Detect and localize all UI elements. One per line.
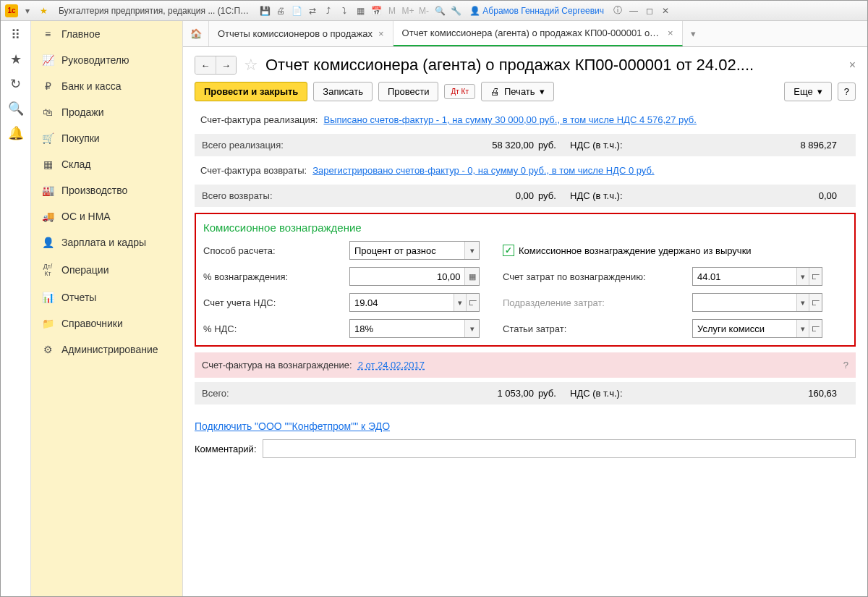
- tab-document[interactable]: Отчет комиссионера (агента) о продажах К…: [393, 21, 683, 46]
- commission-title: Комиссионное вознаграждение: [203, 221, 847, 234]
- post-button[interactable]: Провести: [378, 82, 439, 101]
- commission-section: Комиссионное вознаграждение Способ расче…: [195, 213, 856, 347]
- open-icon[interactable]: ⫍: [809, 320, 822, 337]
- vat-acct-label: Счет учета НДС:: [203, 297, 341, 308]
- sidebar-item-reports[interactable]: 📊Отчеты: [31, 284, 182, 310]
- method-input[interactable]: [350, 242, 464, 259]
- vat-pct-input[interactable]: [350, 320, 464, 337]
- open-icon[interactable]: ⫍: [809, 294, 822, 311]
- operations-icon: Дт/Кт: [41, 263, 54, 277]
- doc-icon[interactable]: 📄: [290, 4, 303, 17]
- print-button[interactable]: 🖨Печать▾: [481, 82, 554, 101]
- help-icon[interactable]: ?: [843, 360, 848, 371]
- help-button[interactable]: ?: [838, 82, 856, 101]
- tab-list[interactable]: Отчеты комиссионеров о продажах×: [209, 21, 393, 46]
- upload-icon[interactable]: ⤴: [322, 4, 335, 17]
- home-tab[interactable]: 🏠: [183, 21, 209, 46]
- more-button[interactable]: Еще▾: [784, 82, 831, 101]
- maximize-icon[interactable]: ◻: [643, 4, 656, 17]
- sidebar-item-sales[interactable]: 🛍Продажи: [31, 99, 182, 125]
- user-name[interactable]: 👤 Абрамов Геннадий Сергеевич: [465, 6, 608, 16]
- toolbar: Провести и закрыть Записать Провести Дт …: [195, 82, 856, 101]
- favorite-star-icon[interactable]: ☆: [244, 56, 258, 75]
- sidebar-item-refs[interactable]: 📁Справочники: [31, 310, 182, 336]
- minimize-icon[interactable]: —: [627, 4, 640, 17]
- search-icon[interactable]: 🔍: [8, 101, 24, 117]
- assets-icon: 🚚: [41, 211, 54, 222]
- favorite-icon[interactable]: ★: [8, 51, 24, 67]
- doc-header: ← → ☆ Отчет комиссионера (агента) о прод…: [195, 56, 856, 75]
- save-button[interactable]: Записать: [313, 82, 373, 101]
- sidebar-item-assets[interactable]: 🚚ОС и НМА: [31, 203, 182, 229]
- withheld-checkbox[interactable]: ✓ Комиссионное вознаграждение удержано и…: [503, 245, 752, 256]
- m-icon[interactable]: M: [386, 4, 399, 17]
- chevron-down-icon[interactable]: ▾: [454, 294, 467, 311]
- dept-input[interactable]: [693, 294, 796, 311]
- compare-icon[interactable]: ⇄: [306, 4, 319, 17]
- m-minus-icon[interactable]: M-: [417, 4, 430, 17]
- chevron-down-icon[interactable]: ▾: [796, 268, 809, 285]
- close-tab-icon[interactable]: ×: [668, 27, 673, 38]
- nav-back-icon[interactable]: ←: [195, 56, 216, 74]
- chevron-down-icon[interactable]: ▾: [796, 320, 809, 337]
- invoice-real-link[interactable]: Выписано счетов-фактур - 1, на сумму 30 …: [323, 114, 696, 125]
- vat-pct-select[interactable]: ▾: [349, 319, 480, 338]
- sidebar-item-production[interactable]: 🏭Производство: [31, 177, 182, 203]
- calc-icon[interactable]: ▦: [354, 4, 367, 17]
- sidebar-item-purchases[interactable]: 🛒Покупки: [31, 125, 182, 151]
- calendar-icon[interactable]: 📅: [370, 4, 383, 17]
- dtkt-button[interactable]: Дт Кт: [444, 84, 475, 99]
- comment-input[interactable]: [263, 439, 856, 458]
- m-plus-icon[interactable]: M+: [401, 4, 414, 17]
- chevron-down-icon[interactable]: ▾: [464, 320, 479, 337]
- post-and-close-button[interactable]: Провести и закрыть: [195, 82, 307, 101]
- chevron-down-icon[interactable]: ▾: [464, 242, 479, 259]
- close-doc-icon[interactable]: ×: [849, 59, 856, 72]
- apps-icon[interactable]: ⠿: [8, 27, 24, 43]
- hr-icon: 👤: [41, 237, 54, 248]
- history-icon[interactable]: ↻: [8, 76, 24, 92]
- sidebar-item-main[interactable]: ≡Главное: [31, 21, 182, 47]
- nav-buttons: ← →: [195, 56, 237, 75]
- tabs-row: 🏠 Отчеты комиссионеров о продажах× Отчет…: [183, 21, 867, 47]
- open-icon[interactable]: ⫍: [466, 294, 479, 311]
- close-window-icon[interactable]: ✕: [659, 4, 672, 17]
- sidebar-item-operations[interactable]: Дт/КтОперации: [31, 255, 182, 284]
- sidebar-item-admin[interactable]: ⚙Администрирование: [31, 336, 182, 363]
- sidebar-item-bank[interactable]: ₽Банк и касса: [31, 73, 182, 99]
- total-label: Всего:: [202, 388, 346, 399]
- dropdown-icon[interactable]: ▾: [21, 4, 34, 17]
- production-icon: 🏭: [41, 185, 54, 196]
- tools-icon[interactable]: 🔧: [449, 4, 462, 17]
- sidebar-item-warehouse[interactable]: ▦Склад: [31, 151, 182, 177]
- invoice-ret-link[interactable]: Зарегистрировано счетов-фактур - 0, на с…: [312, 165, 654, 176]
- app-title: Бухгалтерия предприятия, редакция ... (1…: [53, 6, 255, 16]
- method-select[interactable]: ▾: [349, 241, 480, 260]
- invoice-ret-label: Счет-фактура возвраты:: [200, 165, 307, 176]
- calculator-icon[interactable]: ▦: [464, 268, 479, 285]
- vat-acct-input[interactable]: [350, 294, 454, 311]
- chevron-down-icon: ▾: [540, 86, 545, 97]
- percent-input[interactable]: [350, 268, 464, 285]
- comm-invoice-link[interactable]: 2 от 24.02.2017: [358, 360, 425, 371]
- cost-item-input[interactable]: [693, 320, 796, 337]
- sidebar-item-manager[interactable]: 📈Руководителю: [31, 47, 182, 73]
- body-area: ⠿ ★ ↻ 🔍 🔔 ≡Главное 📈Руководителю ₽Банк и…: [1, 21, 867, 596]
- chevron-down-icon[interactable]: ▾: [796, 294, 809, 311]
- edo-link[interactable]: Подключить "ООО ""Конфетпром"" к ЭДО: [195, 420, 390, 432]
- open-icon[interactable]: ⫍: [809, 268, 822, 285]
- sidebar-item-hr[interactable]: 👤Зарплата и кадры: [31, 229, 182, 255]
- reports-icon: 📊: [41, 292, 54, 303]
- zoom-icon[interactable]: 🔍: [433, 4, 446, 17]
- cost-acct-input[interactable]: [693, 268, 796, 285]
- save-icon[interactable]: 💾: [258, 4, 271, 17]
- close-tab-icon[interactable]: ×: [378, 28, 384, 39]
- star-icon[interactable]: ★: [37, 4, 50, 17]
- chevron-down-icon: ▾: [817, 86, 822, 97]
- nav-forward-icon[interactable]: →: [216, 56, 236, 74]
- tabs-dropdown-icon[interactable]: ▾: [683, 21, 705, 46]
- download-icon[interactable]: ⤵: [338, 4, 351, 17]
- info-icon[interactable]: ⓘ: [611, 4, 624, 17]
- print-icon[interactable]: 🖨: [274, 4, 287, 17]
- bell-icon[interactable]: 🔔: [8, 125, 24, 141]
